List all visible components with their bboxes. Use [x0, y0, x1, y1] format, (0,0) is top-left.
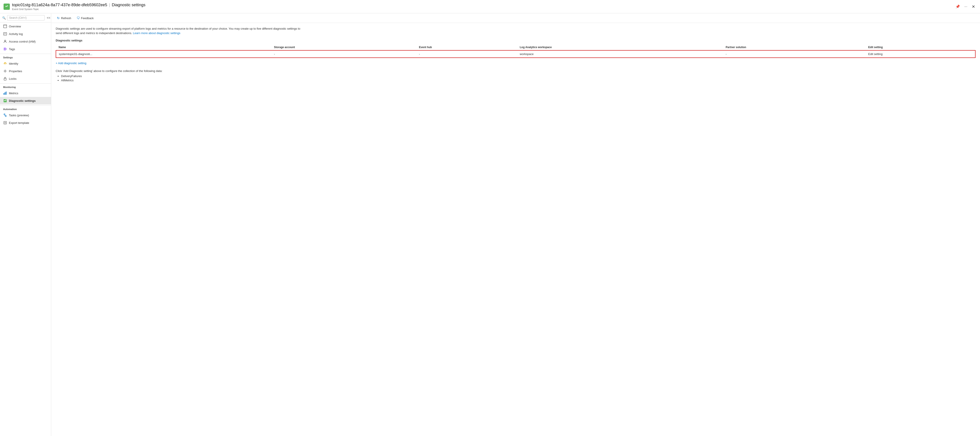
- sidebar-item-activity-log[interactable]: Activity log: [0, 30, 51, 38]
- sidebar-item-label: Export template: [9, 121, 29, 124]
- top-header: topic01stg-811a624a-8a77-437e-89de-dfeb5…: [0, 0, 980, 13]
- search-icon: 🔍: [2, 16, 6, 20]
- description-text: Diagnostic settings are used to configur…: [56, 27, 301, 35]
- cell-partner: -: [723, 50, 865, 58]
- metrics-icon: [3, 91, 7, 95]
- svg-point-17: [4, 114, 5, 115]
- more-button[interactable]: ···: [963, 4, 969, 10]
- list-item-all-metrics: AllMetrics: [61, 79, 975, 82]
- svg-marker-7: [4, 48, 6, 50]
- close-button[interactable]: ✕: [970, 3, 977, 10]
- col-edit-setting: Edit setting: [865, 45, 975, 50]
- collection-list: DeliveryFailures AllMetrics: [61, 75, 975, 82]
- table-header-row: Name Storage account Event hub Log Analy…: [56, 45, 975, 50]
- collection-title: Click 'Add Diagnostic setting' above to …: [56, 69, 975, 73]
- content-toolbar: ↻ Refresh 🗨 Feedback: [51, 13, 980, 23]
- content-area: ↻ Refresh 🗨 Feedback Diagnostic settings…: [51, 13, 980, 436]
- svg-rect-14: [5, 92, 5, 95]
- header-actions: 📌 ··· ✕: [954, 3, 977, 10]
- svg-point-6: [5, 40, 6, 41]
- sidebar-item-tasks-preview[interactable]: Tasks (preview): [0, 111, 51, 119]
- sidebar-item-label: Properties: [9, 70, 22, 73]
- col-log-analytics: Log Analytics workspace: [517, 45, 723, 50]
- diagnostic-table: Name Storage account Event hub Log Analy…: [56, 45, 975, 58]
- svg-rect-12: [4, 78, 6, 80]
- feedback-button[interactable]: 🗨 Feedback: [75, 15, 96, 21]
- activity-log-icon: [3, 32, 7, 36]
- resource-type: Event Grid System Topic: [12, 8, 954, 11]
- list-item-delivery-failures: DeliveryFailures: [61, 75, 975, 78]
- tasks-icon: [3, 113, 7, 117]
- header-title-block: topic01stg-811a624a-8a77-437e-89de-dfeb5…: [12, 3, 954, 11]
- svg-point-18: [5, 116, 6, 117]
- search-bar: 🔍 <<: [0, 13, 51, 22]
- section-title: Diagnostic settings: [56, 39, 975, 42]
- cell-event-hub: -: [416, 50, 517, 58]
- tags-icon: [3, 47, 7, 51]
- sidebar-item-label: Diagnostic settings: [9, 99, 36, 102]
- overview-icon: [3, 24, 7, 28]
- svg-point-11: [5, 70, 6, 72]
- add-diagnostic-link[interactable]: + Add diagnostic setting: [56, 62, 86, 65]
- sidebar-item-diagnostic-settings[interactable]: Diagnostic settings: [0, 97, 51, 105]
- section-monitoring: Monitoring: [0, 83, 51, 89]
- refresh-button[interactable]: ↻ Refresh: [55, 15, 73, 21]
- sidebar-item-label: Tags: [9, 48, 15, 51]
- header-title: topic01stg-811a624a-8a77-437e-89de-dfeb5…: [12, 3, 954, 7]
- feedback-label: Feedback: [81, 16, 94, 20]
- sidebar-item-label: Tasks (preview): [9, 114, 29, 117]
- sidebar-item-access-control[interactable]: Access control (IAM): [0, 38, 51, 45]
- diagnostic-settings-icon: [3, 99, 7, 103]
- sidebar: 🔍 << Overview Activity log Access contro…: [0, 13, 51, 436]
- sidebar-item-overview[interactable]: Overview: [0, 22, 51, 30]
- sidebar-item-locks[interactable]: Locks: [0, 75, 51, 83]
- sidebar-item-metrics[interactable]: Metrics: [0, 89, 51, 97]
- export-icon: [3, 121, 7, 125]
- table-row: systemtopic01-diagnosti... - - workspace…: [56, 50, 975, 58]
- sidebar-item-label: Identity: [9, 62, 18, 65]
- sidebar-item-identity[interactable]: Identity: [0, 60, 51, 67]
- sidebar-item-export-template[interactable]: Export template: [0, 119, 51, 127]
- page-title: Diagnostic settings: [112, 3, 145, 7]
- cell-name: systemtopic01-diagnosti...: [56, 50, 271, 58]
- svg-point-8: [5, 49, 5, 49]
- properties-icon: [3, 69, 7, 73]
- content-body: Diagnostic settings are used to configur…: [51, 23, 980, 436]
- pin-button[interactable]: 📌: [954, 3, 961, 10]
- sidebar-item-label: Activity log: [9, 32, 23, 36]
- sidebar-item-label: Locks: [9, 77, 16, 80]
- col-event-hub: Event hub: [416, 45, 517, 50]
- sidebar-item-properties[interactable]: Properties: [0, 67, 51, 75]
- svg-point-10: [5, 63, 6, 64]
- col-name: Name: [56, 45, 271, 50]
- section-automation: Automation: [0, 105, 51, 111]
- sidebar-item-label: Overview: [9, 25, 21, 28]
- col-storage: Storage account: [271, 45, 416, 50]
- cell-edit-setting[interactable]: Edit setting: [865, 50, 975, 58]
- locks-icon: [3, 76, 7, 81]
- svg-rect-1: [3, 25, 7, 28]
- app-icon: [3, 3, 10, 10]
- refresh-label: Refresh: [61, 16, 71, 20]
- refresh-icon: ↻: [57, 16, 60, 20]
- sidebar-item-label: Access control (IAM): [9, 40, 36, 43]
- cell-workspace[interactable]: workspace: [517, 50, 723, 58]
- feedback-icon: 🗨: [76, 16, 80, 20]
- sidebar-item-label: Metrics: [9, 92, 18, 95]
- svg-rect-15: [6, 92, 6, 95]
- search-input[interactable]: [7, 15, 45, 21]
- resource-name: topic01stg-811a624a-8a77-437e-89de-dfeb5…: [12, 3, 107, 7]
- sidebar-item-tags[interactable]: Tags: [0, 45, 51, 53]
- cell-storage: -: [271, 50, 416, 58]
- svg-rect-13: [3, 93, 4, 95]
- identity-icon: [3, 62, 7, 65]
- collapse-button[interactable]: <<: [46, 16, 51, 20]
- learn-more-link[interactable]: Learn more about diagnostic settings: [133, 32, 180, 35]
- col-partner-solution: Partner solution: [723, 45, 865, 50]
- main-layout: 🔍 << Overview Activity log Access contro…: [0, 13, 980, 436]
- section-settings: Settings: [0, 54, 51, 60]
- title-separator: |: [109, 3, 110, 7]
- svg-rect-3: [3, 32, 7, 35]
- iam-icon: [3, 40, 7, 43]
